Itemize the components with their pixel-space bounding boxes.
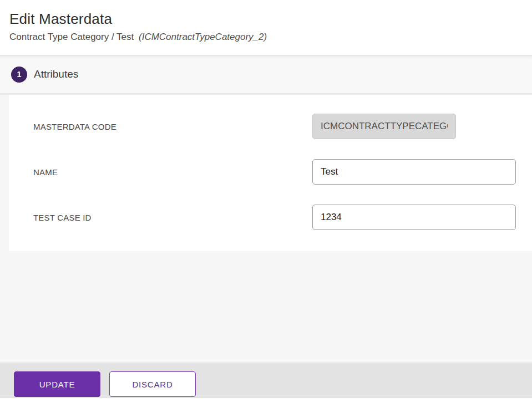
attributes-form-card: MASTERDATA CODE NAME TEST CASE ID [9, 95, 532, 251]
form-row-masterdata-code: MASTERDATA CODE [33, 114, 532, 139]
step-number-badge: 1 [11, 67, 27, 83]
name-label: NAME [33, 167, 312, 177]
page-title: Edit Masterdata [9, 11, 523, 28]
form-row-name: NAME [33, 159, 532, 185]
page-header: Edit Masterdata Contract Type Category /… [0, 0, 532, 55]
action-footer: UPDATE DISCARD [0, 363, 532, 398]
breadcrumb: Contract Type Category / Test (ICMContra… [9, 32, 523, 43]
name-input[interactable] [312, 159, 516, 185]
step-number: 1 [17, 70, 22, 79]
masterdata-code-label: MASTERDATA CODE [33, 122, 312, 131]
masterdata-code-input [312, 114, 456, 139]
form-content-area: MASTERDATA CODE NAME TEST CASE ID [0, 95, 532, 363]
breadcrumb-code: (ICMContractTypeCategory_2) [139, 32, 267, 42]
bottom-strip [0, 398, 532, 401]
test-case-id-input[interactable] [312, 205, 516, 230]
edit-masterdata-page: Edit Masterdata Contract Type Category /… [0, 0, 532, 403]
discard-button[interactable]: DISCARD [109, 371, 196, 397]
form-row-test-case-id: TEST CASE ID [33, 205, 532, 230]
footer-buttons: UPDATE DISCARD [14, 371, 196, 397]
test-case-id-label: TEST CASE ID [33, 213, 312, 222]
update-button[interactable]: UPDATE [14, 371, 100, 397]
section-title: Attributes [34, 68, 78, 80]
breadcrumb-path: Contract Type Category / Test [9, 32, 134, 42]
attributes-section-header: 1 Attributes [0, 55, 532, 95]
